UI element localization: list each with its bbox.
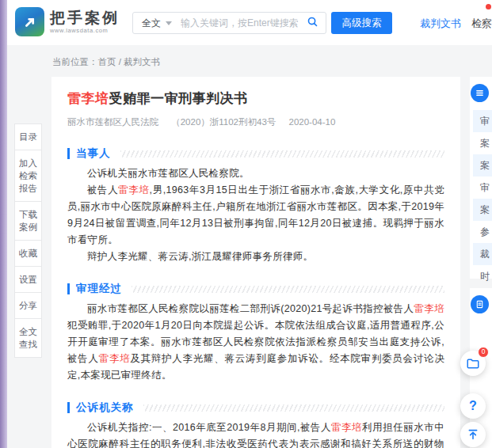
top-header: 把手案例 www.lawsdata.com 全文 高级搜索 裁判文书检察文书 <box>7 0 492 45</box>
case-info-row[interactable]: 案 <box>473 154 492 177</box>
toolbar-item[interactable]: 全文查找 <box>14 318 42 358</box>
nav-procuratorial-docs[interactable]: 检察文书 <box>471 17 492 31</box>
list-icon[interactable] <box>471 84 489 102</box>
toolbar-item[interactable]: 分享 <box>14 292 42 319</box>
document-title: 雷李培受贿罪一审刑事判决书 <box>67 89 444 108</box>
document-section: 公诉机关称公诉机关指控:一、2016年底至2019年8月期间,被告人雷李培利用担… <box>67 401 444 448</box>
text-segment: 公诉机关丽水市莲都区人民检察院。 <box>87 168 250 179</box>
highlighted-keyword: 雷李培 <box>331 422 362 433</box>
section-body: 丽水市莲都区人民检察院以丽莲检二部刑诉(2020)21号起诉书指控被告人雷李培犯… <box>67 301 444 384</box>
logo-text: 把手案例 www.lawsdata.com <box>50 9 120 34</box>
breadcrumb-prefix: 当前位置： <box>52 57 98 66</box>
hatch-decoration <box>143 404 445 412</box>
advanced-search-button[interactable]: 高级搜索 <box>331 12 392 34</box>
paragraph: 丽水市莲都区人民检察院以丽莲检二部刑诉(2020)21号起诉书指控被告人雷李培犯… <box>67 301 444 384</box>
breadcrumb-item[interactable]: 首页 <box>98 57 116 66</box>
help-button[interactable]: ? <box>460 393 486 419</box>
left-edge-strip <box>0 0 7 448</box>
highlighted-keyword: 雷李培 <box>118 184 149 196</box>
case-info-row[interactable]: 时 <box>473 265 492 287</box>
left-toolbar: 目录加入检索报告下载案例收藏设置分享全文查找 <box>14 124 42 358</box>
text-segment: 受贿罪一审刑事判决书 <box>109 91 248 106</box>
highlighted-keyword: 雷李培 <box>99 353 131 364</box>
paragraph: 公诉机关指控:一、2016年底至2019年8月期间,被告人雷李培利用担任丽水市中… <box>67 420 444 448</box>
court-name: 丽水市莲都区人民法院 <box>67 117 158 127</box>
case-info-row[interactable]: 审 <box>473 177 492 199</box>
document-meta: 丽水市莲都区人民法院 （2020）浙1102刑初43号 2020-04-10 <box>67 116 444 128</box>
paragraph: 辩护人李光耀、蒋云涛,浙江晟耀律师事务所律师。 <box>67 249 444 265</box>
toolbar-item[interactable]: 下载案例 <box>14 201 42 241</box>
text-segment: 辩护人李光耀、蒋云涛,浙江晟耀律师事务所律师。 <box>87 251 313 262</box>
text-segment: 丽水市莲都区人民检察院以丽莲检二部刑诉(2020)21号起诉书指控被告人 <box>87 303 414 314</box>
section-title: 公诉机关称 <box>76 401 134 415</box>
section-heading: 当事人 <box>67 147 444 160</box>
heading-bar <box>67 148 70 159</box>
notification-dot <box>486 4 491 9</box>
case-number: （2020）浙1102刑初43号 <box>171 117 276 127</box>
search-input[interactable] <box>181 17 307 28</box>
nav-judgment-docs[interactable]: 裁判文书 <box>420 17 461 31</box>
toolbar-item[interactable]: 目录 <box>14 123 42 150</box>
document-section: 当事人公诉机关丽水市莲都区人民检察院。被告人雷李培,男,1963年3月15日出生… <box>67 147 444 265</box>
section-title: 当事人 <box>76 146 111 161</box>
case-info-row[interactable]: 参 <box>473 221 492 243</box>
hatch-decoration <box>132 286 444 293</box>
search-box: 全文 <box>132 12 326 34</box>
search-scope-dropdown[interactable]: 全文 <box>142 17 161 30</box>
toolbar-item[interactable]: 设置 <box>14 266 42 293</box>
case-info-panel: 审案案审案参裁时 <box>470 77 492 279</box>
hatch-decoration <box>120 150 445 158</box>
section-body: 公诉机关指控:一、2016年底至2019年8月期间,被告人雷李培利用担任丽水市中… <box>67 420 444 448</box>
paragraph: 被告人雷李培,男,1963年3月15日出生于浙江省丽水市,畲族,大学文化,原中共… <box>67 182 444 249</box>
document-section: 审理经过丽水市莲都区人民检察院以丽莲检二部刑诉(2020)21号起诉书指控被告人… <box>67 283 444 384</box>
toolbar-item[interactable]: 收藏 <box>14 240 42 267</box>
highlighted-keyword: 雷李培 <box>67 91 109 106</box>
text-segment: 公诉机关指控:一、2016年底至2019年8月期间,被告人 <box>87 422 331 433</box>
paragraph: 公诉机关丽水市莲都区人民检察院。 <box>67 165 444 182</box>
case-info-row[interactable]: 审 <box>473 110 492 132</box>
chevron-down-icon[interactable] <box>166 21 172 25</box>
heading-bar <box>67 402 70 413</box>
section-heading: 审理经过 <box>67 283 444 295</box>
case-info-row[interactable]: 裁 <box>473 243 492 265</box>
heading-bar <box>67 283 70 294</box>
judgment-date: 2020-04-10 <box>289 117 336 127</box>
site-logo[interactable]: 把手案例 www.lawsdata.com <box>15 7 120 36</box>
folder-count-badge: 0 <box>478 347 489 358</box>
site-title: 把手案例 <box>50 9 120 27</box>
logo-arrow-icon <box>15 7 44 36</box>
judgment-document-card: 雷李培受贿罪一审刑事判决书 丽水市莲都区人民法院 （2020）浙1102刑初43… <box>51 77 460 448</box>
highlighted-keyword: 雷李培 <box>414 303 444 314</box>
breadcrumb-item[interactable]: 裁判文书 <box>124 57 160 66</box>
case-info-row[interactable]: 案 <box>473 199 492 221</box>
section-heading: 公诉机关称 <box>67 401 444 414</box>
search-icon[interactable] <box>307 16 318 31</box>
document-icon[interactable] <box>471 295 489 313</box>
case-info-row[interactable]: 案 <box>473 132 492 154</box>
page: 把手案例 www.lawsdata.com 全文 高级搜索 裁判文书检察文书 当… <box>0 0 492 448</box>
top-nav: 裁判文书检察文书 <box>420 17 492 31</box>
text-segment: 被告人 <box>87 184 118 196</box>
site-url: www.lawsdata.com <box>50 27 120 34</box>
section-body: 公诉机关丽水市莲都区人民检察院。被告人雷李培,男,1963年3月15日出生于浙江… <box>67 165 444 265</box>
section-title: 审理经过 <box>76 282 122 296</box>
back-to-top-button[interactable] <box>460 422 486 447</box>
breadcrumb: 当前位置：首页 / 裁判文书 <box>52 56 160 68</box>
toolbar-item[interactable]: 加入检索报告 <box>14 150 42 202</box>
